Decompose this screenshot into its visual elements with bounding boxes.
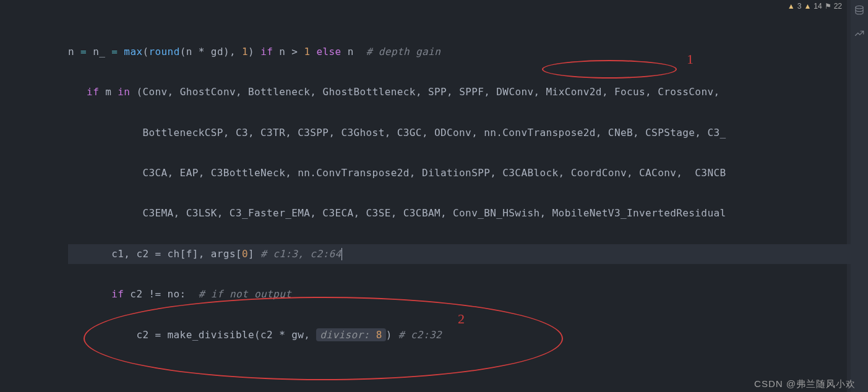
code-line: n = n_ = max(round(n * gd), 1) if n > 1 … [68, 42, 868, 62]
code-line: C3EMA, C3LSK, C3_Faster_EMA, C3ECA, C3SE… [68, 203, 868, 224]
inline-hint: divisor: 8 [316, 328, 385, 341]
code-line: BottleneckCSP, C3, C3TR, C3SPP, C3Ghost,… [68, 123, 868, 143]
text-cursor [342, 248, 342, 260]
code-line-active: c1, c2 = ch[f], args[0] # c1:3, c2:64 [68, 244, 868, 265]
watermark: CSDN @弗兰随风小欢 [754, 378, 856, 390]
code-line: if m in (Conv, GhostConv, Bottleneck, Gh… [68, 82, 868, 103]
code-line [68, 365, 868, 386]
code-line: c2 = make_divisible(c2 * gw, divisor: 8)… [68, 325, 868, 346]
code-line: C3CA, EAP, C3BottleNeck, nn.ConvTranspos… [68, 163, 868, 184]
editor-wrap: ▲3 ▲14 ⚑22 ⌃ ⌄ n = n_ = max(round(n * gd… [0, 0, 868, 392]
code-line: if c2 != no: # if not output [68, 284, 868, 305]
code-editor[interactable]: n = n_ = max(round(n * gd), 1) if n > 1 … [0, 0, 868, 392]
